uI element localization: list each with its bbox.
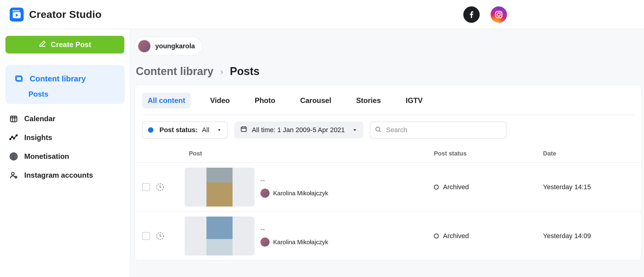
tab-label: Photo	[255, 96, 275, 104]
create-post-button[interactable]: Create Post	[5, 36, 124, 53]
svg-rect-12	[10, 116, 17, 122]
sidebar-subitem-posts[interactable]: Posts	[11, 90, 119, 98]
status-dot-icon	[148, 127, 153, 133]
sidebar-item-label: Calendar	[24, 115, 55, 123]
col-post: Post	[185, 150, 434, 157]
status-text: Archived	[443, 232, 469, 240]
svg-point-18	[13, 138, 15, 139]
row-checkbox[interactable]	[142, 232, 150, 240]
sidebar-item-content-library[interactable]: Content library	[11, 69, 119, 88]
sidebar-item-label: Insights	[24, 133, 52, 142]
breadcrumb-current: Posts	[230, 65, 260, 78]
sidebar-item-insights[interactable]: Insights	[5, 128, 125, 147]
table-row[interactable]: -- Karolina Mikołajczyk Archived Y	[135, 211, 641, 260]
creator-studio-logo-icon	[10, 8, 24, 22]
svg-point-23	[15, 176, 17, 178]
tab-igtv[interactable]: IGTV	[400, 93, 428, 108]
svg-point-30	[376, 127, 380, 131]
search-box[interactable]	[370, 121, 506, 138]
post-date: Yesterday 14:15	[543, 183, 634, 191]
row-checkbox[interactable]	[142, 183, 150, 191]
col-status: Post status	[434, 150, 543, 157]
accounts-icon	[8, 170, 19, 180]
tabs: All content Video Photo Carousel Stories…	[135, 90, 641, 115]
account-username: youngkarola	[155, 42, 195, 50]
filter-post-status[interactable]: Post status: All	[142, 121, 228, 138]
sidebar-item-calendar[interactable]: Calendar	[5, 109, 125, 128]
tab-label: Stories	[356, 96, 381, 104]
search-input[interactable]	[385, 126, 502, 134]
post-author: Karolina Mikołajczyk	[260, 189, 328, 198]
breadcrumb-root[interactable]: Content library	[136, 65, 213, 78]
avatar	[138, 39, 151, 53]
sidebar-item-label: Instagram accounts	[24, 171, 93, 180]
facebook-icon[interactable]	[463, 6, 480, 23]
compose-icon	[39, 40, 46, 50]
col-date: Date	[543, 150, 634, 157]
history-icon	[156, 231, 165, 241]
svg-rect-3	[13, 10, 14, 12]
tab-label: Carousel	[300, 96, 331, 104]
filters: Post status: All All t	[135, 115, 641, 145]
post-status: Archived	[434, 232, 543, 240]
brand: Creator Studio	[10, 8, 102, 22]
svg-point-19	[16, 135, 17, 136]
sidebar-item-label: Content library	[30, 74, 86, 84]
tab-label: All content	[148, 96, 185, 104]
chevron-down-icon	[216, 127, 222, 133]
svg-rect-4	[15, 10, 16, 12]
app-title: Creator Studio	[29, 9, 102, 20]
tab-video[interactable]: Video	[205, 93, 235, 108]
dollar-icon: $	[8, 151, 19, 162]
create-post-label: Create Post	[51, 40, 91, 49]
svg-point-9	[500, 12, 501, 13]
filter-date-label: All time: 1 Jan 2009-5 Apr 2021	[252, 126, 345, 134]
status-ring-icon	[434, 234, 439, 238]
top-bar: Creator Studio	[0, 0, 644, 29]
author-name: Karolina Mikołajczyk	[273, 190, 328, 197]
status-ring-icon	[434, 185, 439, 190]
chevron-right-icon	[219, 65, 224, 78]
filter-post-status-value: All	[202, 126, 209, 134]
table-header: Post Post status Date	[135, 147, 641, 162]
nav-group: Content library Posts Calendar	[5, 65, 125, 185]
avatar	[260, 238, 270, 247]
post-title: --	[260, 176, 328, 184]
table-row[interactable]: -- Karolina Mikołajczyk Archived Y	[135, 162, 641, 211]
tab-all-content[interactable]: All content	[142, 93, 191, 108]
tab-label: Video	[210, 96, 230, 104]
svg-point-22	[12, 173, 14, 175]
svg-point-16	[10, 138, 11, 140]
post-status: Archived	[434, 183, 543, 191]
chevron-down-icon	[352, 127, 357, 133]
posts-table: Post Post status Date	[135, 147, 641, 260]
insights-icon	[8, 132, 19, 143]
svg-point-17	[12, 136, 13, 138]
status-text: Archived	[443, 183, 469, 191]
sidebar-item-monetisation[interactable]: $ Monetisation	[5, 147, 125, 166]
tab-photo[interactable]: Photo	[249, 93, 281, 108]
filter-post-status-label: Post status:	[159, 126, 198, 134]
svg-text:$: $	[12, 153, 15, 159]
calendar-icon	[240, 125, 247, 135]
sidebar-item-label: Monetisation	[24, 152, 69, 161]
calendar-icon	[8, 114, 19, 124]
account-chip[interactable]: youngkarola	[135, 37, 202, 55]
content-panel: All content Video Photo Carousel Stories…	[135, 84, 642, 261]
network-toggle	[463, 6, 634, 23]
tab-stories[interactable]: Stories	[351, 93, 386, 108]
filter-date-range[interactable]: All time: 1 Jan 2009-5 Apr 2021	[234, 121, 363, 138]
sidebar-subitem-label[interactable]: Posts	[29, 90, 48, 98]
post-author: Karolina Mikołajczyk	[260, 238, 328, 247]
post-thumbnail	[185, 168, 254, 207]
svg-rect-5	[16, 10, 18, 12]
post-title: --	[260, 225, 328, 233]
tab-label: IGTV	[406, 96, 423, 104]
tab-carousel[interactable]: Carousel	[295, 93, 337, 108]
content: youngkarola Content library Posts All co…	[130, 29, 644, 277]
instagram-icon[interactable]	[491, 6, 507, 23]
library-icon	[14, 74, 24, 84]
nav-list: Calendar Insights $	[5, 109, 125, 185]
sidebar-item-instagram-accounts[interactable]: Instagram accounts	[5, 166, 125, 185]
svg-marker-24	[218, 129, 221, 131]
